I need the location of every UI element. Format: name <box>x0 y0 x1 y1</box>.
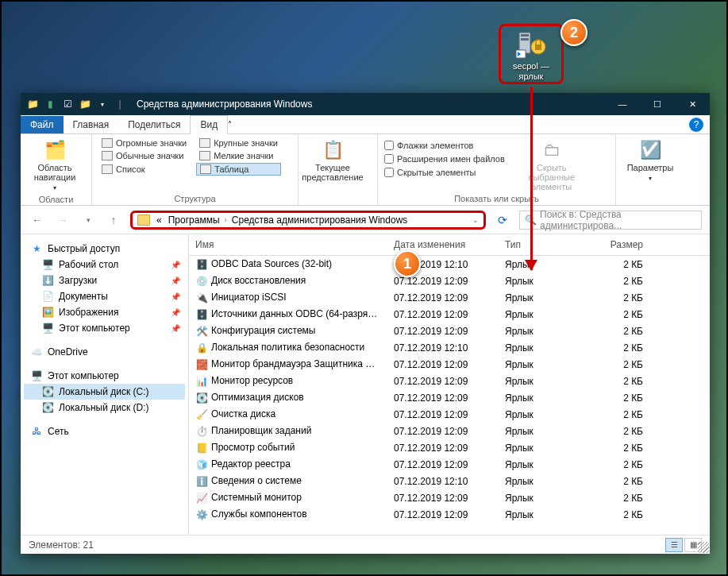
help-icon[interactable]: ? <box>689 118 703 132</box>
table-row[interactable]: ℹ️Сведения о системе07.12.2019 12:10Ярлы… <box>189 473 710 489</box>
explorer-window: 📁 ▮ ☑ 📁 ▾ | Средства администрирования W… <box>21 93 710 554</box>
pictures-icon: 🖼️ <box>41 307 54 318</box>
table-row[interactable]: 🧱Монитор брандмауэра Защитника Win...07.… <box>189 356 710 373</box>
pc-icon: 🖥️ <box>41 323 54 334</box>
file-icon: 🧱 <box>195 358 208 371</box>
sidebar-item-pictures[interactable]: 🖼️Изображения📌 <box>24 304 185 320</box>
layout-table[interactable]: Таблица <box>196 163 281 176</box>
recent-locations-button[interactable]: ▾ <box>79 211 97 229</box>
chevron-down-icon: ▾ <box>53 184 56 193</box>
search-placeholder: Поиск в: Средства администрирова... <box>540 209 696 231</box>
collapse-ribbon-icon[interactable]: ˄ <box>228 120 232 129</box>
navigation-sidebar[interactable]: ★Быстрый доступ 🖥️Рабочий стол📌 ⬇️Загруз… <box>21 234 189 535</box>
table-row[interactable]: 🧊Редактор реестра07.12.2019 12:09Ярлык2 … <box>189 456 710 473</box>
table-row[interactable]: 💿Диск восстановления07.12.2019 12:09Ярлы… <box>189 273 710 289</box>
qat-props-icon[interactable]: ☑ <box>60 97 75 111</box>
table-row[interactable]: ⚙️Службы компонентов07.12.2019 12:09Ярлы… <box>189 506 710 523</box>
breadcrumb-programs[interactable]: Программы <box>165 215 223 226</box>
navigation-pane-button[interactable]: 🗂️Область навигации▾ <box>27 137 83 193</box>
check-hidden-items[interactable]: Скрытые элементы <box>384 168 505 177</box>
sidebar-item-desktop[interactable]: 🖥️Рабочий стол📌 <box>24 257 185 273</box>
tab-share[interactable]: Поделиться <box>118 116 190 133</box>
close-button[interactable]: ✕ <box>675 93 710 115</box>
up-button[interactable]: ↑ <box>105 211 122 229</box>
table-row[interactable]: ⏱️Планировщик заданий07.12.2019 12:09Ярл… <box>189 423 710 439</box>
qat-dropdown-icon[interactable]: ▾ <box>95 97 110 111</box>
minimize-button[interactable]: — <box>605 93 640 115</box>
sidebar-item-disk-d[interactable]: 💽Локальный диск (D:) <box>24 400 185 416</box>
titlebar[interactable]: 📁 ▮ ☑ 📁 ▾ | Средства администрирования W… <box>21 93 710 115</box>
current-view-button[interactable]: 📋Текущее представление <box>305 137 360 182</box>
layout-list[interactable]: Список <box>98 163 190 176</box>
downloads-icon: ⬇️ <box>41 275 54 286</box>
ribbon-tabs: Файл Главная Поделиться Вид ˄ ? <box>21 115 710 134</box>
file-icon: 🗄️ <box>195 308 208 321</box>
table-row[interactable]: 🔒Локальная политика безопасности07.12.20… <box>189 339 710 356</box>
sidebar-item-thispc[interactable]: 🖥️Этот компьютер <box>24 368 185 384</box>
column-type[interactable]: Тип <box>499 234 586 255</box>
layout-huge[interactable]: Огромные значки <box>98 137 190 149</box>
back-button[interactable]: ← <box>29 211 46 229</box>
sidebar-item-onedrive[interactable]: ☁️OneDrive <box>24 344 185 360</box>
layout-small[interactable]: Мелкие значки <box>196 150 281 161</box>
file-icon: ⚙️ <box>195 508 208 521</box>
sidebar-item-documents[interactable]: 📄Документы📌 <box>24 288 185 304</box>
group-showhide-label: Показать или скрыть <box>384 192 609 203</box>
resize-grip[interactable] <box>698 542 709 553</box>
table-row[interactable]: 🛠️Конфигурация системы07.12.2019 12:09Яр… <box>189 323 710 339</box>
pin-icon: 📌 <box>171 324 180 333</box>
table-row[interactable]: 🗄️Источники данных ODBC (64-разрядна...0… <box>189 306 710 323</box>
callout-1: 1 <box>394 250 421 277</box>
file-icon: 🛠️ <box>195 325 208 338</box>
file-icon: ⏱️ <box>195 425 208 438</box>
column-size[interactable]: Размер <box>586 234 649 255</box>
search-input[interactable]: 🔍 Поиск в: Средства администрирова... <box>519 211 702 230</box>
file-icon: 💽 <box>195 392 208 404</box>
options-icon: ☑️ <box>637 139 663 161</box>
view-details-button[interactable]: ☰ <box>665 538 683 552</box>
folder-icon <box>137 215 150 226</box>
drive-icon: 💽 <box>41 402 54 413</box>
tab-view[interactable]: Вид <box>190 115 228 134</box>
sidebar-item-network[interactable]: 🖧Сеть <box>24 423 185 439</box>
file-list: Имя Дата изменения Тип Размер 🗄️ODBC Dat… <box>189 234 710 535</box>
column-name[interactable]: Имя <box>189 234 387 255</box>
table-row[interactable]: 📈Системный монитор07.12.2019 12:09Ярлык2… <box>189 489 710 506</box>
check-file-extensions[interactable]: Расширения имен файлов <box>384 154 505 164</box>
column-headers[interactable]: Имя Дата изменения Тип Размер <box>189 234 710 256</box>
sidebar-item-disk-c[interactable]: 💽Локальный диск (C:) <box>24 384 185 400</box>
layout-large[interactable]: Крупные значки <box>196 137 281 149</box>
sidebar-item-thispc-pinned[interactable]: 🖥️Этот компьютер📌 <box>24 320 185 336</box>
table-row[interactable]: 📊Монитор ресурсов07.12.2019 12:09Ярлык2 … <box>189 373 710 389</box>
chevron-right-icon[interactable]: › <box>223 215 229 224</box>
tab-home[interactable]: Главная <box>64 116 119 133</box>
options-button[interactable]: ☑️Параметры▾ <box>622 137 678 184</box>
table-row[interactable]: 💽Оптимизация дисков07.12.2019 12:09Ярлык… <box>189 389 710 406</box>
table-row[interactable]: 🧹Очистка диска07.12.2019 12:09Ярлык2 КБ <box>189 406 710 423</box>
breadcrumb-admintools[interactable]: Средства администрирования Windows <box>229 215 410 226</box>
table-row[interactable]: 📒Просмотр событий07.12.2019 12:09Ярлык2 … <box>189 439 710 456</box>
check-item-checkboxes[interactable]: Флажки элементов <box>384 141 505 150</box>
chevron-down-icon: ▾ <box>649 174 652 184</box>
sidebar-item-downloads[interactable]: ⬇️Загрузки📌 <box>24 273 185 288</box>
forward-button[interactable]: → <box>54 211 71 229</box>
folder-icon: 📁 <box>25 97 40 111</box>
status-bar: Элементов: 21 ☰ ▦ <box>21 535 710 554</box>
nav-pane-icon: 🗂️ <box>42 139 67 161</box>
breadcrumb[interactable]: « Программы › Средства администрирования… <box>130 211 486 230</box>
sidebar-item-quickaccess[interactable]: ★Быстрый доступ <box>24 241 185 257</box>
maximize-button[interactable]: ☐ <box>640 93 675 115</box>
table-row[interactable]: 🔌Инициатор iSCSI07.12.2019 12:09Ярлык2 К… <box>189 289 710 306</box>
secpol-icon <box>514 29 548 60</box>
pin-icon: 📌 <box>171 308 180 317</box>
network-icon: 🖧 <box>30 426 43 437</box>
pin-icon: 📌 <box>171 276 180 285</box>
refresh-button[interactable]: ⟳ <box>494 214 511 226</box>
layout-normal[interactable]: Обычные значки <box>98 150 190 161</box>
cloud-icon: ☁️ <box>30 346 43 358</box>
breadcrumb-dropdown-icon[interactable]: ⌄ <box>472 216 479 224</box>
pc-icon: 🖥️ <box>30 370 43 381</box>
tab-file[interactable]: Файл <box>21 116 64 133</box>
table-row[interactable]: 🗄️ODBC Data Sources (32-bit)07.12.2019 1… <box>189 256 710 273</box>
desktop-shortcut-secpol[interactable]: secpol — ярлык <box>499 24 564 84</box>
